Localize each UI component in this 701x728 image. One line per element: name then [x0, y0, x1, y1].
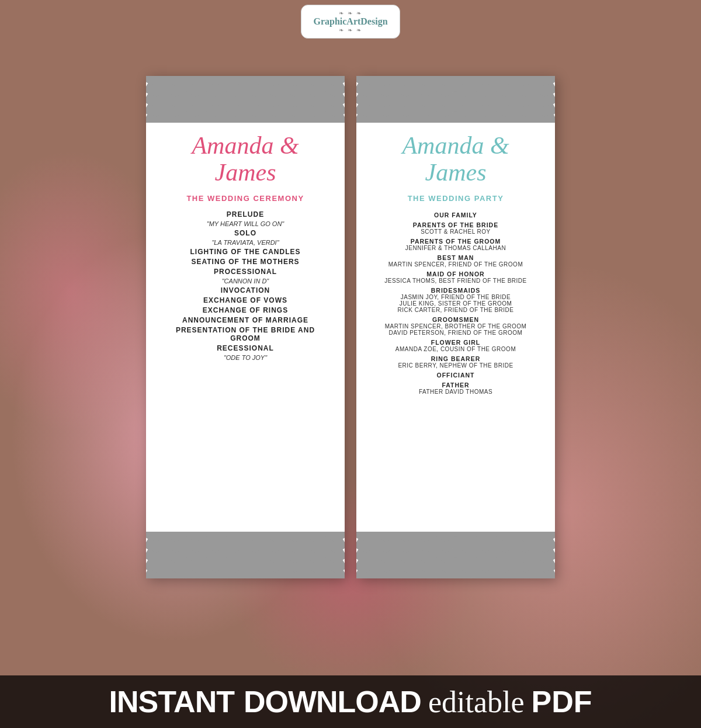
- cards-container: Amanda & James THE WEDDING CEREMONY PREL…: [146, 76, 555, 578]
- list-item: LIGHTING OF THE CANDLES: [160, 248, 331, 256]
- list-item: SEATING OF THE MOTHERS: [160, 258, 331, 266]
- logo-title: GraphicArtDesign: [313, 16, 388, 27]
- list-item: OUR FAMILY: [370, 212, 541, 219]
- list-item: GROOMSMEN: [370, 316, 541, 323]
- party-list: OUR FAMILY PARENTS OF THE BRIDE SCOTT & …: [370, 209, 541, 395]
- list-item: "ODE TO JOY": [160, 354, 331, 361]
- list-item: ANNOUNCEMENT OF MARRIAGE: [160, 316, 331, 324]
- bottom-bar: INSTANT DOWNLOAD editable PDF: [0, 675, 701, 728]
- party-card: Amanda & James THE WEDDING PARTY OUR FAM…: [356, 76, 555, 578]
- list-item: "CANNON IN D": [160, 278, 331, 285]
- list-item: BRIDESMAIDS: [370, 287, 541, 294]
- list-item: PROCESSIONAL: [160, 268, 331, 276]
- ceremony-card: Amanda & James THE WEDDING CEREMONY PREL…: [146, 76, 345, 578]
- top-chevron-left: [146, 76, 345, 123]
- ceremony-card-body: Amanda & James THE WEDDING CEREMONY PREL…: [146, 123, 345, 532]
- list-item: FATHER DAVID THOMAS: [370, 389, 541, 395]
- list-item: DAVID PETERSON, FRIEND OF THE GROOM: [370, 330, 541, 336]
- bottom-pdf: PDF: [532, 684, 592, 719]
- list-item: EXCHANGE OF RINGS: [160, 306, 331, 314]
- list-item: MARTIN SPENCER, BROTHER OF THE GROOM: [370, 323, 541, 330]
- list-item: EXCHANGE OF VOWS: [160, 296, 331, 304]
- list-item: MAID OF HONOR: [370, 271, 541, 278]
- list-item: PRESENTATION OF THE BRIDE AND GROOM: [160, 326, 331, 342]
- list-item: JESSICA THOMS, BEST FRIEND OF THE BRIDE: [370, 278, 541, 284]
- ceremony-couple-name: Amanda & James: [160, 132, 331, 186]
- list-item: PRELUDE: [160, 210, 331, 219]
- list-item: RECESSIONAL: [160, 344, 331, 352]
- bottom-download: DOWNLOAD: [244, 684, 421, 719]
- list-item: FLOWER GIRL: [370, 339, 541, 346]
- bottom-instant: INSTANT: [109, 684, 234, 719]
- list-item: RICK CARTER, FRIEND OF THE BRIDE: [370, 307, 541, 313]
- list-item: PARENTS OF THE GROOM: [370, 238, 541, 245]
- bottom-chevron-right: [356, 532, 555, 578]
- list-item: PARENTS OF THE BRIDE: [370, 221, 541, 228]
- list-item: OFFICIANT: [370, 372, 541, 379]
- logo-deco-bottom: ❧ ❧ ❧: [313, 27, 388, 33]
- party-card-body: Amanda & James THE WEDDING PARTY OUR FAM…: [356, 123, 555, 532]
- logo-badge: ❧ ❧ ❧ GraphicArtDesign ❧ ❧ ❧: [301, 5, 400, 39]
- list-item: SCOTT & RACHEL ROY: [370, 228, 541, 235]
- list-item: FATHER: [370, 382, 541, 389]
- list-item: JASMIN JOY, FRIEND OF THE BRIDE: [370, 294, 541, 300]
- party-couple-name: Amanda & James: [370, 132, 541, 186]
- list-item: BEST MAN: [370, 254, 541, 261]
- bottom-chevron-left: [146, 532, 345, 578]
- list-item: MARTIN SPENCER, FRIEND OF THE GROOM: [370, 261, 541, 268]
- list-item: JULIE KING, SISTER OF THE GROOM: [370, 300, 541, 307]
- ceremony-list: PRELUDE "MY HEART WILL GO ON" SOLO "LA T…: [160, 209, 331, 363]
- bottom-editable: editable: [428, 685, 525, 719]
- logo-deco-top: ❧ ❧ ❧: [313, 10, 388, 16]
- list-item: AMANDA ZOE, COUSIN OF THE GROOM: [370, 346, 541, 352]
- ceremony-section-title: THE WEDDING CEREMONY: [186, 194, 304, 203]
- list-item: RING BEARER: [370, 355, 541, 362]
- list-item: ERIC BERRY, NEPHEW OF THE BRIDE: [370, 362, 541, 369]
- list-item: "LA TRAVIATA, VERDI": [160, 239, 331, 246]
- top-chevron-right: [356, 76, 555, 123]
- list-item: "MY HEART WILL GO ON": [160, 220, 331, 227]
- list-item: SOLO: [160, 229, 331, 237]
- list-item: JENNIFER & THOMAS CALLAHAN: [370, 245, 541, 251]
- list-item: INVOCATION: [160, 286, 331, 294]
- party-section-title: THE WEDDING PARTY: [408, 194, 504, 203]
